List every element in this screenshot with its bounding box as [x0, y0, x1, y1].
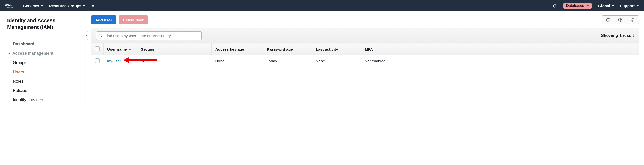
sidebar-item-users[interactable]: Users: [7, 67, 85, 77]
delete-user-button[interactable]: Delete user: [119, 15, 148, 24]
nav-region[interactable]: Global: [598, 4, 614, 8]
help-button[interactable]: [626, 15, 639, 24]
gear-icon: [618, 18, 622, 22]
sidebar: Identity and Access Management (IAM) Das…: [0, 11, 85, 110]
nav-support[interactable]: Support: [620, 4, 639, 8]
sidebar-item-policies[interactable]: Policies: [7, 86, 85, 95]
svg-point-1: [620, 19, 621, 20]
users-panel: Showing 1 result User name Groups Access…: [91, 28, 639, 67]
divider: [7, 35, 74, 35]
resource-groups-pill[interactable]: Databases: [563, 3, 592, 9]
caret-down-icon: [636, 5, 639, 6]
select-all-checkbox[interactable]: [95, 46, 100, 51]
refresh-button[interactable]: [602, 15, 614, 24]
row-checkbox[interactable]: [95, 58, 100, 63]
svg-text:aws: aws: [5, 2, 12, 7]
help-icon: [631, 18, 635, 22]
svg-line-5: [101, 36, 102, 37]
col-last-activity[interactable]: Last activity: [312, 43, 361, 55]
pin-icon[interactable]: [91, 4, 95, 8]
col-access-key-age[interactable]: Access key age: [212, 43, 263, 55]
search-input[interactable]: [96, 31, 202, 40]
col-groups[interactable]: Groups: [137, 43, 212, 55]
sidebar-item-dashboard[interactable]: Dashboard: [7, 40, 85, 49]
sort-desc-icon: [129, 49, 131, 50]
top-nav: aws Services Resource Groups Databases G…: [0, 0, 644, 11]
cell-access-key-age: None: [212, 55, 263, 67]
toolbar-icon-group: [602, 15, 639, 24]
nav-services[interactable]: Services: [23, 4, 43, 8]
col-user-name[interactable]: User name: [104, 43, 137, 55]
result-count: Showing 1 result: [601, 33, 634, 38]
sidebar-item-access-management[interactable]: Access management: [7, 49, 85, 58]
search-icon: [98, 33, 103, 38]
svg-point-3: [632, 21, 633, 21]
notifications-icon[interactable]: [552, 3, 557, 8]
sidebar-item-groups[interactable]: Groups: [7, 58, 85, 67]
caret-down-icon: [612, 5, 614, 6]
col-password-age[interactable]: Password age: [263, 43, 312, 55]
sidebar-item-roles[interactable]: Roles: [7, 77, 85, 86]
settings-button[interactable]: [614, 15, 626, 24]
caret-down-icon: [586, 5, 589, 6]
toolbar: Add user Delete user: [91, 15, 639, 24]
users-table: User name Groups Access key age Password…: [91, 43, 639, 67]
col-mfa[interactable]: MFA: [361, 43, 639, 55]
page-title: Identity and Access Management (IAM): [7, 17, 85, 30]
caret-down-icon: [8, 53, 10, 54]
cell-last-activity: None: [312, 55, 361, 67]
main-content: Add user Delete user: [89, 11, 644, 110]
table-row: my-userNoneNoneTodayNoneNot enabled: [91, 55, 639, 67]
svg-point-4: [99, 34, 101, 36]
cell-mfa: Not enabled: [361, 55, 639, 67]
nav-resource-groups[interactable]: Resource Groups: [49, 4, 86, 8]
user-link[interactable]: my-user: [107, 59, 121, 63]
add-user-button[interactable]: Add user: [91, 15, 116, 24]
sidebar-item-identity-providers[interactable]: Identity providers: [7, 95, 85, 105]
cell-password-age: Today: [263, 55, 312, 67]
aws-logo[interactable]: aws: [5, 2, 18, 9]
search-field: [96, 31, 202, 40]
sidebar-collapse-handle[interactable]: [85, 31, 88, 40]
refresh-icon: [606, 18, 610, 22]
chevron-left-icon: [86, 34, 87, 37]
sidebar-gutter: [85, 11, 89, 110]
caret-down-icon: [41, 5, 43, 6]
caret-down-icon: [83, 5, 86, 6]
cell-groups: None: [137, 55, 212, 67]
